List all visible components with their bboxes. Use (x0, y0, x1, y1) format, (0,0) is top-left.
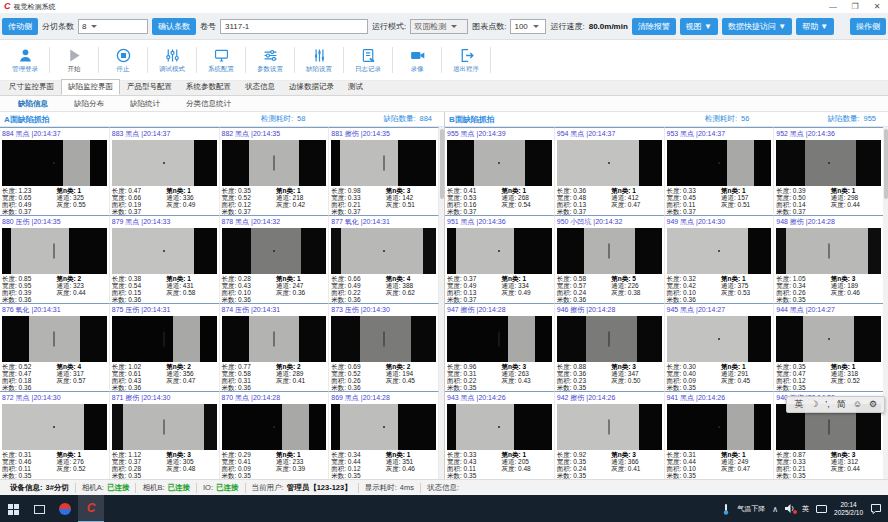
clear-alarm-button[interactable]: 清除报警 (632, 18, 676, 35)
tab-size-monitor[interactable]: 尺寸监控界面 (2, 79, 61, 95)
ime-language-indicator[interactable]: 英 (802, 504, 809, 514)
operate-side-button[interactable]: 操作侧 (850, 18, 886, 35)
defect-image[interactable] (667, 316, 772, 362)
log-record-button[interactable]: 日志记录 (345, 47, 391, 74)
start-button[interactable]: 开始 (51, 47, 97, 74)
defect-image[interactable] (2, 140, 107, 186)
tab-status-info[interactable]: 状态信息 (238, 79, 282, 95)
defect-image[interactable] (331, 316, 436, 362)
record-video-button[interactable]: 录像 (394, 47, 440, 74)
defect-card[interactable]: 946 擦伤 |20:14:28 长度: 0.88宽度: 0.36面积: 0.2… (555, 303, 665, 391)
defect-card[interactable]: 882 黑点 |20:14:35 长度: 0.35宽度: 0.52面积: 0.1… (220, 127, 330, 215)
defect-card[interactable]: 953 黑点 |20:14:37 长度: 0.33宽度: 0.45面积: 0.1… (665, 127, 775, 215)
stop-button[interactable]: 停止 (100, 47, 146, 74)
defect-card[interactable]: 876 氧化 |20:14:31 长度: 0.52宽度: 0.47面积: 0.1… (0, 303, 110, 391)
defect-image[interactable] (222, 404, 327, 450)
slit-count-select[interactable]: 8 (78, 19, 148, 34)
run-mode-select[interactable]: 双面检测 (410, 19, 468, 34)
subtab-defect-info[interactable]: 缺陷信息 (18, 99, 48, 109)
defect-image[interactable] (331, 404, 436, 450)
defect-card[interactable]: 945 黑点 |20:14:27 长度: 0.30宽度: 0.40面积: 0.0… (665, 303, 775, 391)
defect-card[interactable]: 884 黑点 |20:14:37 长度: 1.23宽度: 0.65面积: 0.4… (0, 127, 110, 215)
tab-product-config[interactable]: 产品型号配置 (120, 79, 179, 95)
defect-settings-button[interactable]: 缺陷设置 (296, 47, 342, 74)
subtab-class-info-statistics[interactable]: 分类信息统计 (186, 99, 231, 109)
defect-card[interactable]: 951 黑点 |20:14:36 长度: 0.37宽度: 0.49面积: 0.1… (445, 215, 555, 303)
task-view-button[interactable] (26, 495, 52, 522)
defect-image[interactable] (447, 404, 552, 450)
ime-toolbar[interactable]: 英 ☽ ’, 简 ☺ ⚙ (786, 396, 885, 413)
defect-card[interactable]: 875 压伤 |20:14:31 长度: 1.02宽度: 0.61面积: 0.4… (110, 303, 220, 391)
defect-card[interactable]: 872 黑点 |20:14:30 长度: 0.31宽度: 0.46面积: 0.1… (0, 391, 110, 479)
defect-image[interactable] (776, 140, 881, 186)
ime-moon-icon[interactable]: ☽ (810, 397, 818, 412)
defect-card[interactable]: 954 黑点 |20:14:37 长度: 0.36宽度: 0.48面积: 0.1… (555, 127, 665, 215)
defect-image[interactable] (331, 228, 436, 274)
view-menu-button[interactable]: 视图 ▼ (680, 18, 718, 35)
scrollbar[interactable] (883, 127, 888, 479)
defect-image[interactable] (112, 404, 217, 450)
defect-image[interactable] (447, 140, 552, 186)
subtab-defect-statistics[interactable]: 缺陷统计 (130, 99, 160, 109)
defect-image[interactable] (447, 228, 552, 274)
defect-card[interactable]: 870 黑点 |20:14:28 长度: 0.29宽度: 0.41面积: 0.0… (220, 391, 330, 479)
defect-card[interactable]: 949 黑点 |20:14:30 长度: 0.32宽度: 0.42面积: 0.1… (665, 215, 775, 303)
close-button[interactable]: ✕ (866, 0, 888, 13)
defect-image[interactable] (331, 140, 436, 186)
defect-card[interactable]: 883 黑点 |20:14:37 长度: 0.47宽度: 0.66面积: 0.1… (110, 127, 220, 215)
tab-system-params[interactable]: 系统参数配置 (179, 79, 238, 95)
defect-image[interactable] (557, 316, 662, 362)
defect-image[interactable] (667, 228, 772, 274)
system-config-button[interactable]: 系统配置 (198, 47, 244, 74)
defect-card[interactable]: 955 黑点 |20:14:39 长度: 0.41宽度: 0.53面积: 0.1… (445, 127, 555, 215)
scrollbar-thumb[interactable] (884, 129, 888, 199)
defect-image[interactable] (557, 228, 662, 274)
taskbar-clock[interactable]: 20:142025/2/10 (834, 501, 863, 517)
defect-image[interactable] (2, 316, 107, 362)
ime-english-mode[interactable]: 英 (794, 397, 803, 412)
defect-card[interactable]: 878 黑点 |20:14:32 长度: 0.28宽度: 0.43面积: 0.1… (220, 215, 330, 303)
help-menu-button[interactable]: 帮助 ▼ (796, 18, 834, 35)
defect-image[interactable] (112, 316, 217, 362)
defect-card[interactable]: 879 黑点 |20:14:33 长度: 0.38宽度: 0.54面积: 0.1… (110, 215, 220, 303)
touch-keyboard-icon[interactable] (816, 505, 827, 513)
ime-simplified-mode[interactable]: 简 (837, 397, 846, 412)
defect-image[interactable] (447, 316, 552, 362)
defect-card[interactable]: 941 黑点 |20:14:26 长度: 0.31宽度: 0.44面积: 0.1… (665, 391, 775, 479)
defect-card[interactable]: 944 黑点 |20:14:27 长度: 0.35宽度: 0.47面积: 0.1… (774, 303, 884, 391)
defect-card[interactable]: 881 擦伤 |20:14:35 长度: 0.98宽度: 0.33面积: 0.2… (329, 127, 439, 215)
defect-image[interactable] (222, 316, 327, 362)
start-menu-button[interactable] (0, 495, 26, 522)
defect-image[interactable] (2, 228, 107, 274)
exit-program-button[interactable]: 退出程序 (443, 47, 489, 74)
defect-card[interactable]: 873 压伤 |20:14:30 长度: 0.69宽度: 0.52面积: 0.2… (329, 303, 439, 391)
weather-text[interactable]: 气温下降 (737, 504, 765, 514)
defect-card[interactable]: 877 氧化 |20:14:31 长度: 0.66宽度: 0.49面积: 0.2… (329, 215, 439, 303)
volume-button[interactable] (785, 504, 795, 514)
defect-card[interactable]: 871 擦伤 |20:14:30 长度: 1.12宽度: 0.37面积: 0.2… (110, 391, 220, 479)
confirm-count-button[interactable]: 确认条数 (152, 18, 196, 35)
minimize-button[interactable]: — (822, 0, 844, 13)
tab-edge-data-log[interactable]: 边缘数据记录 (282, 79, 341, 95)
defect-card[interactable]: 950 小凹坑 |20:14:32 长度: 0.58宽度: 0.57面积: 0.… (555, 215, 665, 303)
scrollbar-thumb[interactable] (440, 129, 444, 199)
defect-image[interactable] (112, 140, 217, 186)
parameter-settings-button[interactable]: 参数设置 (247, 47, 293, 74)
debug-mode-button[interactable]: 调试模式 (149, 47, 195, 74)
defect-image[interactable] (557, 140, 662, 186)
tab-defect-monitor[interactable]: 缺陷监控界面 (61, 79, 120, 95)
defect-image[interactable] (776, 228, 881, 274)
defect-image[interactable] (776, 316, 881, 362)
action-center-icon[interactable] (870, 503, 882, 515)
defect-image[interactable] (667, 404, 772, 450)
ime-settings-gear-icon[interactable]: ⚙ (869, 397, 877, 412)
defect-card[interactable]: 948 擦伤 |20:14:28 长度: 1.05宽度: 0.34面积: 0.2… (774, 215, 884, 303)
defect-card[interactable]: 947 擦伤 |20:14:28 长度: 0.96宽度: 0.31面积: 0.2… (445, 303, 555, 391)
tab-test[interactable]: 测试 (341, 79, 370, 95)
chart-points-select[interactable]: 100 (510, 19, 546, 34)
defect-image[interactable] (222, 140, 327, 186)
defect-card[interactable]: 943 黑点 |20:14:26 长度: 0.33宽度: 0.43面积: 0.1… (445, 391, 555, 479)
defect-image[interactable] (112, 228, 217, 274)
defect-image[interactable] (222, 228, 327, 274)
defect-image[interactable] (557, 404, 662, 450)
